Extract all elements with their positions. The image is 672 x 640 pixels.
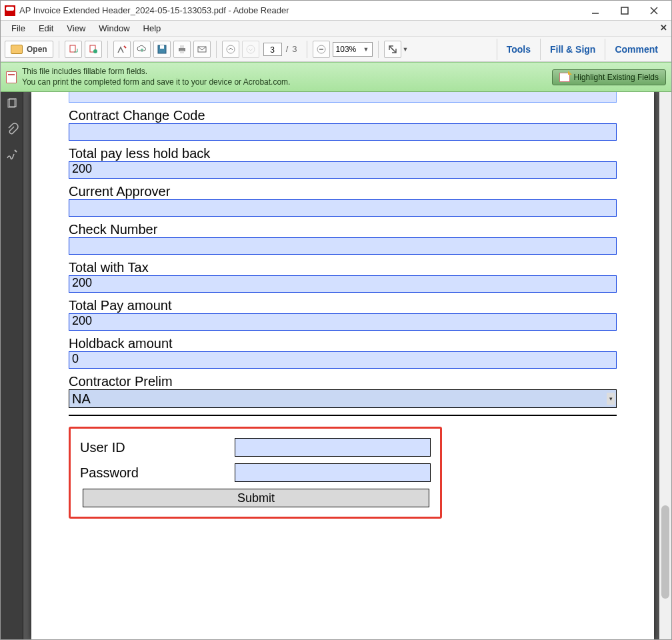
zoom-select[interactable]: 103% ▼ — [333, 42, 373, 57]
print-icon[interactable] — [173, 41, 191, 58]
svg-point-14 — [247, 45, 255, 53]
read-mode-button[interactable] — [384, 41, 401, 58]
right-tools: Tools Fill & Sign Comment — [497, 37, 667, 61]
chevron-down-icon[interactable]: ▼ — [403, 46, 409, 53]
password-label: Password — [80, 465, 235, 481]
banner-line2: You can print the completed form and sav… — [22, 77, 290, 88]
svg-rect-8 — [160, 45, 164, 49]
menu-edit[interactable]: Edit — [32, 22, 60, 35]
contractor-prelim-select[interactable]: NA ▾ — [69, 389, 617, 408]
pdf-page: Contract Change Code Total pay less hold… — [31, 92, 654, 639]
total-pay-amount-field[interactable]: 200 — [69, 313, 617, 331]
select-value: NA — [72, 391, 91, 407]
chevron-down-icon: ▼ — [363, 46, 369, 53]
highlight-label: Highlight Existing Fields — [574, 73, 659, 82]
check-number-field[interactable] — [69, 237, 617, 255]
open-label: Open — [27, 45, 47, 54]
open-button[interactable]: Open — [5, 41, 53, 58]
svg-point-13 — [227, 45, 235, 53]
document-view: Contract Change Code Total pay less hold… — [23, 92, 671, 639]
current-approver-field[interactable] — [69, 199, 617, 217]
menu-view[interactable]: View — [60, 22, 92, 35]
maximize-button[interactable] — [610, 1, 639, 20]
menu-help[interactable]: Help — [137, 22, 168, 35]
page-down-button[interactable] — [242, 41, 259, 58]
credentials-box: User ID Password Submit — [69, 427, 442, 519]
banner-line1: This file includes fillable form fields. — [22, 67, 290, 77]
app-icon — [5, 5, 15, 16]
menubar: File Edit View Window Help ✕ — [1, 21, 671, 37]
divider — [69, 415, 617, 416]
truncated-prev-field[interactable] — [69, 92, 617, 103]
window-title: AP Invoice Extended Header_2024-05-15-13… — [19, 5, 581, 15]
user-id-field[interactable] — [235, 438, 431, 457]
svg-rect-1 — [621, 7, 628, 14]
holdback-amount-field[interactable]: 0 — [69, 351, 617, 369]
titlebar: AP Invoice Extended Header_2024-05-15-13… — [1, 1, 671, 21]
signatures-icon[interactable] — [5, 148, 19, 161]
menu-file[interactable]: File — [5, 22, 32, 35]
cloud-upload-icon[interactable] — [133, 41, 151, 58]
svg-rect-10 — [180, 45, 184, 48]
work-area: Contract Change Code Total pay less hold… — [1, 92, 671, 639]
field-label: Total pay less hold back — [69, 146, 617, 161]
user-id-label: User ID — [80, 440, 235, 455]
vertical-scrollbar[interactable] — [659, 92, 671, 639]
form-doc-icon — [6, 71, 17, 83]
field-label: Holdback amount — [69, 336, 617, 351]
page-total: 3 — [292, 44, 297, 54]
field-label: Total Pay amount — [69, 298, 617, 313]
menu-window[interactable]: Window — [92, 22, 136, 35]
comment-panel-button[interactable]: Comment — [605, 39, 667, 60]
separator — [59, 41, 59, 58]
svg-rect-4 — [70, 45, 75, 52]
tools-panel-button[interactable]: Tools — [497, 39, 540, 60]
folder-icon — [11, 45, 23, 54]
scrollbar-thumb[interactable] — [661, 505, 669, 599]
separator — [378, 41, 379, 58]
export-pdf-icon[interactable] — [65, 41, 82, 58]
svg-point-6 — [93, 49, 97, 53]
save-icon[interactable] — [153, 41, 171, 58]
highlight-icon — [559, 73, 570, 82]
fill-sign-panel-button[interactable]: Fill & Sign — [540, 39, 605, 60]
email-icon[interactable] — [193, 41, 211, 58]
contract-change-code-field[interactable] — [69, 123, 617, 141]
thumbnails-icon[interactable] — [5, 97, 19, 111]
field-label: Contractor Prelim — [69, 374, 617, 389]
minimize-button[interactable] — [581, 1, 610, 20]
attachments-icon[interactable] — [5, 123, 19, 136]
password-field[interactable] — [235, 463, 431, 482]
page-number-input[interactable]: 3 — [263, 43, 282, 56]
chevron-down-icon: ▾ — [607, 393, 615, 405]
create-pdf-icon[interactable] — [85, 41, 102, 58]
zoom-out-button[interactable] — [313, 41, 330, 58]
highlight-fields-button[interactable]: Highlight Existing Fields — [552, 69, 666, 85]
close-button[interactable] — [639, 1, 669, 20]
page-sep: / — [286, 44, 289, 54]
separator — [107, 41, 108, 58]
toolbar: Open 3 / 3 103% ▼ ▼ Tools F — [1, 37, 671, 62]
field-label: Current Approver — [69, 184, 617, 199]
submit-button[interactable]: Submit — [83, 489, 429, 507]
total-with-tax-field[interactable]: 200 — [69, 275, 617, 293]
banner-message: This file includes fillable form fields.… — [22, 67, 290, 87]
field-label: Check Number — [69, 222, 617, 237]
field-label: Contract Change Code — [69, 108, 617, 123]
page-up-button[interactable] — [222, 41, 239, 58]
zoom-value: 103% — [336, 45, 357, 54]
close-document-button[interactable]: ✕ — [660, 23, 667, 33]
sign-icon[interactable] — [113, 41, 131, 58]
separator — [216, 41, 217, 58]
separator — [307, 41, 307, 58]
svg-rect-11 — [180, 51, 184, 53]
fillable-form-banner: This file includes fillable form fields.… — [1, 62, 671, 92]
navigation-pane — [1, 92, 23, 639]
total-pay-less-holdback-field[interactable]: 200 — [69, 161, 617, 179]
field-label: Total with Tax — [69, 260, 617, 275]
